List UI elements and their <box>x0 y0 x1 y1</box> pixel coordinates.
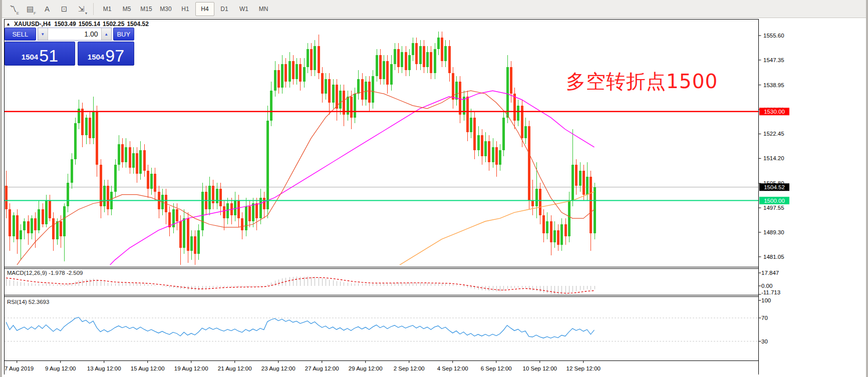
svg-text:4 Sep 12:00: 4 Sep 12:00 <box>437 365 468 371</box>
svg-text:27 Aug 12:00: 27 Aug 12:00 <box>305 365 339 371</box>
svg-text:29 Aug 12:00: 29 Aug 12:00 <box>349 365 383 371</box>
bid-price-small: 1504 <box>22 51 38 64</box>
bid-price-box[interactable]: 1504 51 <box>5 42 75 66</box>
svg-text:17.847: 17.847 <box>761 270 779 276</box>
svg-text:21 Aug 12:00: 21 Aug 12:00 <box>218 365 252 371</box>
svg-text:1489.30: 1489.30 <box>763 229 784 235</box>
volume-input[interactable] <box>48 28 101 40</box>
trading-app-window: 〽E ▤F A ⊡ ⇲▾ M1M5M15M30H1H4D1W1MN ▲ XAUU… <box>0 0 868 377</box>
svg-text:100: 100 <box>761 297 771 303</box>
svg-text:23 Aug 12:00: 23 Aug 12:00 <box>261 365 296 371</box>
svg-text:1530.00: 1530.00 <box>764 109 785 115</box>
symbol-label: XAUUSD-,H4 <box>14 21 51 28</box>
svg-text:MACD(12,26,9) -1.978 -2.509: MACD(12,26,9) -1.978 -2.509 <box>7 270 83 276</box>
sell-button[interactable]: SELL <box>5 28 36 41</box>
svg-text:15 Aug 12:00: 15 Aug 12:00 <box>131 365 165 371</box>
ask-price-small: 1504 <box>88 51 104 64</box>
svg-text:1538.95: 1538.95 <box>763 82 784 88</box>
high-value: 1505.14 <box>79 21 100 28</box>
svg-text:6 Sep 12:00: 6 Sep 12:00 <box>481 365 512 371</box>
svg-text:7 Aug 2019: 7 Aug 2019 <box>5 365 34 371</box>
collapse-triangle-icon[interactable]: ▲ <box>6 22 11 27</box>
chart-annotation-text: 多空转折点1500 <box>566 68 718 95</box>
bid-price-big: 51 <box>39 48 58 64</box>
svg-text:RSI(14) 52.3693: RSI(14) 52.3693 <box>7 299 49 305</box>
svg-text:1500.00: 1500.00 <box>764 198 785 204</box>
svg-text:0.00: 0.00 <box>761 283 772 289</box>
ask-price-box[interactable]: 1504 97 <box>78 42 134 66</box>
svg-text:19 Aug 12:00: 19 Aug 12:00 <box>174 365 208 371</box>
svg-text:1504.52: 1504.52 <box>764 184 785 190</box>
volume-decrease-button[interactable]: ▼ <box>38 28 48 40</box>
ask-price-big: 97 <box>105 48 124 64</box>
open-value: 1503.49 <box>54 21 76 28</box>
close-value: 1504.52 <box>127 21 148 28</box>
volume-increase-button[interactable]: ▲ <box>101 28 111 40</box>
volume-stepper: ▼ ▲ <box>38 28 112 41</box>
low-value: 1502.25 <box>103 21 124 28</box>
svg-text:70: 70 <box>761 315 768 321</box>
chart-ohlc-header: ▲ XAUUSD-,H4 1503.49 1505.14 1502.25 150… <box>6 21 149 28</box>
svg-text:2 Sep 12:00: 2 Sep 12:00 <box>394 365 425 371</box>
svg-text:1497.55: 1497.55 <box>763 205 784 211</box>
svg-text:9 Aug 12:00: 9 Aug 12:00 <box>45 365 76 371</box>
svg-text:1555.60: 1555.60 <box>763 33 784 39</box>
svg-text:13 Aug 12:00: 13 Aug 12:00 <box>87 365 121 371</box>
svg-text:30: 30 <box>761 338 768 344</box>
chart-window: ▲ XAUUSD-,H4 1503.49 1505.14 1502.25 150… <box>2 18 868 377</box>
svg-text:12 Sep 12:00: 12 Sep 12:00 <box>566 365 601 371</box>
svg-text:10 Sep 12:00: 10 Sep 12:00 <box>523 365 557 371</box>
svg-text:1547.35: 1547.35 <box>763 57 784 63</box>
svg-text:1522.45: 1522.45 <box>763 131 784 137</box>
svg-text:1514.20: 1514.20 <box>763 155 784 161</box>
svg-text:1481.05: 1481.05 <box>763 254 784 260</box>
one-click-trading-panel: SELL ▼ ▲ BUY 1504 51 1504 97 <box>5 28 134 66</box>
svg-text:-11.713: -11.713 <box>761 289 780 295</box>
buy-button[interactable]: BUY <box>113 28 134 41</box>
